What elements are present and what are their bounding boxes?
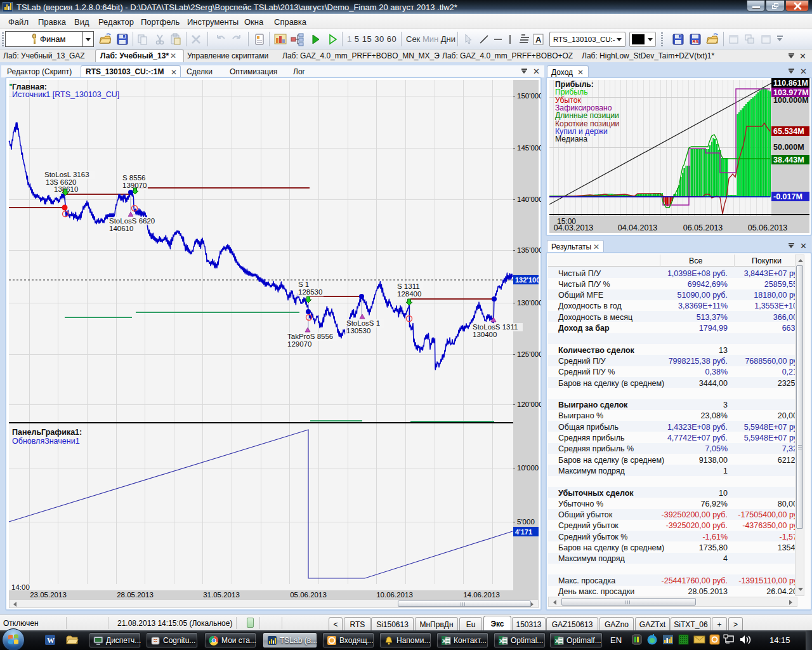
svg-text:100.000M: 100.000M — [773, 96, 809, 105]
svg-text:X: X — [555, 638, 559, 644]
svg-text:04.04.2013: 04.04.2013 — [618, 223, 658, 232]
svg-text:S 1: S 1 — [298, 281, 309, 288]
svg-text:06.05.2013: 06.05.2013 — [683, 223, 723, 232]
svg-text:4'171: 4'171 — [515, 528, 532, 536]
svg-text:14.06.2013: 14.06.2013 — [463, 591, 500, 599]
svg-text:RS: RS — [693, 39, 699, 44]
svg-text:145'000: 145'000 — [517, 144, 541, 152]
svg-text:X: X — [442, 638, 446, 644]
svg-text:31.05.2013: 31.05.2013 — [203, 591, 240, 599]
svg-text:StoLosS 1: StoLosS 1 — [346, 319, 380, 327]
svg-text:23.05.2013: 23.05.2013 — [30, 591, 67, 599]
svg-text:140610: 140610 — [109, 225, 133, 232]
svg-text:130400: 130400 — [473, 331, 497, 338]
svg-text:135'000: 135'000 — [517, 246, 541, 254]
svg-text:140'000: 140'000 — [517, 196, 541, 203]
svg-text:04.03.2013: 04.03.2013 — [554, 223, 594, 232]
svg-text:150'000: 150'000 — [517, 92, 541, 100]
svg-text:10.06.2013: 10.06.2013 — [376, 591, 413, 599]
svg-text:128530: 128530 — [298, 288, 322, 296]
svg-text:ПанельГрафика1:: ПанельГрафика1: — [12, 428, 82, 437]
svg-text:132'100: 132'100 — [515, 276, 540, 284]
svg-text:130530: 130530 — [346, 327, 370, 335]
svg-text:S 8556: S 8556 — [122, 174, 145, 182]
svg-text:A: A — [535, 35, 542, 44]
svg-text:5'000: 5'000 — [517, 518, 535, 526]
svg-text:StoLosS 6620: StoLosS 6620 — [109, 217, 155, 225]
svg-text:W: W — [47, 636, 55, 645]
svg-text:ОбновляЗначени1: ОбновляЗначени1 — [12, 437, 80, 446]
svg-text:Медиана: Медиана — [555, 135, 587, 143]
svg-text:Источник1 [RTS_130103_CU]: Источник1 [RTS_130103_CU] — [12, 90, 119, 99]
svg-text:128400: 128400 — [397, 290, 421, 298]
svg-text:S 1311: S 1311 — [397, 282, 420, 290]
svg-text:14:00: 14:00 — [11, 583, 30, 591]
svg-text:05.06.2013: 05.06.2013 — [290, 591, 327, 599]
svg-text:110.861M: 110.861M — [773, 79, 808, 88]
svg-text:13: 13 — [46, 178, 54, 186]
svg-text:120'000: 120'000 — [517, 401, 541, 408]
svg-text:125'000: 125'000 — [517, 350, 541, 358]
svg-text:38.443M: 38.443M — [773, 156, 804, 164]
svg-text:28.05.2013: 28.05.2013 — [117, 591, 154, 599]
svg-text:05.06.2013: 05.06.2013 — [748, 223, 788, 232]
svg-text:TakProS 8556: TakProS 8556 — [287, 333, 333, 340]
svg-text:StoLosL 3163: StoLosL 3163 — [44, 171, 89, 178]
svg-text:129070: 129070 — [287, 340, 311, 348]
svg-text:-0.017M: -0.017M — [773, 192, 802, 201]
svg-text:130'000: 130'000 — [517, 299, 541, 307]
svg-text:10'000: 10'000 — [517, 464, 539, 472]
svg-text:X: X — [499, 638, 503, 644]
svg-text:50.000M: 50.000M — [773, 143, 804, 152]
svg-text:StoLosS 1311: StoLosS 1311 — [473, 323, 518, 331]
svg-text:65.534M: 65.534M — [773, 127, 804, 136]
